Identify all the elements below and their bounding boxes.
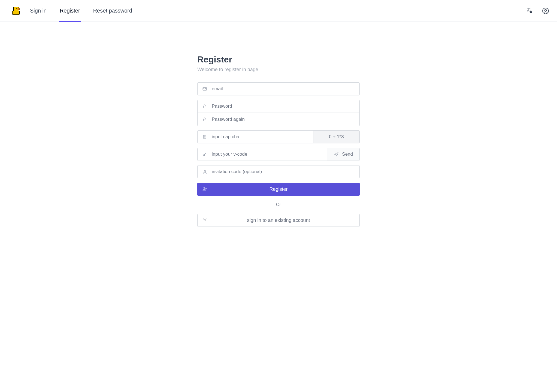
email-input[interactable] [212,83,359,95]
page-subtitle: Welcome to register in page [197,67,360,73]
password-row [197,100,360,113]
svg-point-23 [204,138,204,138]
page-title: Register [197,55,360,65]
tab-register[interactable]: Register [60,0,80,22]
user-icon [198,170,212,174]
account-button[interactable] [542,7,549,15]
mail-icon [198,86,212,91]
svg-rect-10 [13,14,19,15]
svg-rect-9 [19,11,20,14]
svg-rect-1 [13,11,19,14]
svg-point-22 [205,137,205,137]
svg-point-13 [543,8,549,14]
svg-rect-6 [19,7,19,8]
svg-rect-19 [204,136,205,136]
svg-point-26 [203,154,205,156]
user-plus-icon [202,186,207,192]
calculator-icon [198,135,212,139]
svg-point-27 [204,170,205,172]
send-label: Send [342,152,353,157]
lock-icon [198,117,212,122]
header: Sign in Register Reset password [0,0,557,22]
svg-point-20 [204,137,204,137]
email-row [197,82,360,95]
svg-point-21 [205,137,205,137]
duck-logo-icon [11,6,21,16]
password2-row [197,113,360,126]
svg-rect-4 [14,7,19,7]
svg-rect-5 [13,7,14,11]
password-again-input[interactable] [212,113,359,126]
svg-rect-12 [19,10,20,10]
nav-tabs: Sign in Register Reset password [30,0,132,22]
svg-point-25 [205,138,205,138]
send-icon [334,152,339,157]
svg-rect-8 [12,11,13,14]
main: Register Welcome to register in page [0,22,557,227]
register-form: Register Welcome to register in page [197,55,360,227]
svg-rect-17 [203,119,206,121]
vcode-input[interactable] [212,148,327,161]
password-input[interactable] [212,100,359,113]
header-left: Sign in Register Reset password [11,0,132,22]
invitation-input[interactable] [212,165,359,178]
svg-rect-7 [19,8,20,8]
register-button[interactable]: Register [197,183,360,196]
svg-rect-2 [17,8,20,10]
signin-existing-button[interactable]: sign in to an existing account [197,214,360,227]
send-vcode-button[interactable]: Send [327,148,359,161]
divider-text: Or [276,202,281,207]
captcha-row: 0 + 1*3 [197,130,360,143]
divider-line [285,205,360,205]
header-right [526,7,549,15]
account-circle-icon [542,7,549,14]
captcha-input[interactable] [212,131,313,143]
captcha-expression[interactable]: 0 + 1*3 [313,131,359,143]
translate-icon [526,7,533,14]
language-button[interactable] [526,7,534,15]
divider-line [197,205,272,205]
divider: Or [197,202,360,207]
svg-point-24 [205,138,205,138]
password-group [197,100,360,126]
tab-reset-password[interactable]: Reset password [93,0,132,22]
invitation-row [197,165,360,178]
tab-sign-in[interactable]: Sign in [30,0,47,22]
key-icon [198,152,212,157]
lock-icon [198,104,212,108]
logo[interactable] [11,6,21,16]
register-button-label: Register [269,186,287,192]
svg-point-14 [545,9,547,11]
cursor-click-icon [202,217,207,224]
signin-existing-label: sign in to an existing account [247,218,310,223]
svg-rect-11 [13,11,14,11]
svg-rect-3 [16,8,17,9]
vcode-row: Send [197,148,360,161]
svg-point-28 [204,187,205,189]
svg-rect-16 [203,106,206,108]
